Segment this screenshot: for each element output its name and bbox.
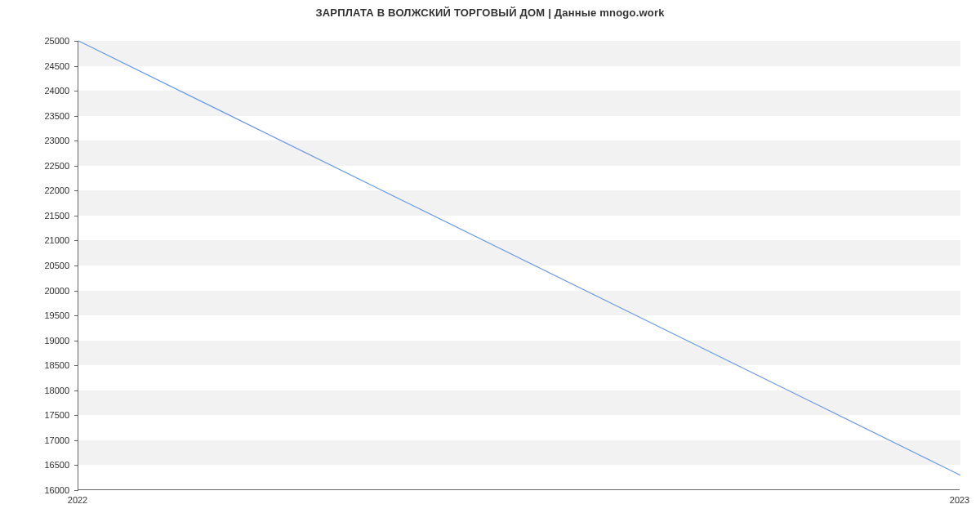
y-tick-label: 18500 bbox=[29, 360, 69, 370]
y-tick-label: 19000 bbox=[29, 336, 69, 346]
y-tick-label: 19500 bbox=[29, 310, 69, 320]
y-tick-label: 23500 bbox=[29, 111, 69, 121]
y-tick-label: 24000 bbox=[29, 86, 69, 96]
y-tick-label: 21500 bbox=[29, 211, 69, 221]
y-tick-label: 24500 bbox=[29, 61, 69, 71]
y-tick-label: 23000 bbox=[29, 136, 69, 145]
plot-area bbox=[78, 41, 960, 490]
y-tick-label: 22500 bbox=[29, 161, 69, 171]
x-tick-label: 2022 bbox=[68, 495, 87, 505]
y-tick-label: 22000 bbox=[29, 185, 69, 195]
y-tick-label: 16500 bbox=[29, 460, 69, 470]
y-tick-label: 25000 bbox=[29, 36, 69, 46]
y-tick-label: 17000 bbox=[29, 435, 69, 445]
chart-container: 1600016500170001750018000185001900019500… bbox=[78, 41, 960, 490]
chart-title: ЗАРПЛАТА В ВОЛЖСКИЙ ТОРГОВЫЙ ДОМ | Данны… bbox=[0, 0, 980, 19]
series-line bbox=[78, 41, 960, 475]
y-tick-label: 20500 bbox=[29, 261, 69, 270]
y-tick-label: 16000 bbox=[29, 485, 69, 495]
y-tick-label: 21000 bbox=[29, 235, 69, 245]
line-layer bbox=[78, 41, 960, 490]
y-tick-label: 18000 bbox=[29, 386, 69, 395]
y-tick-mark bbox=[74, 490, 78, 491]
x-tick-label: 2023 bbox=[950, 495, 969, 505]
y-tick-label: 17500 bbox=[29, 410, 69, 420]
y-tick-label: 20000 bbox=[29, 286, 69, 296]
